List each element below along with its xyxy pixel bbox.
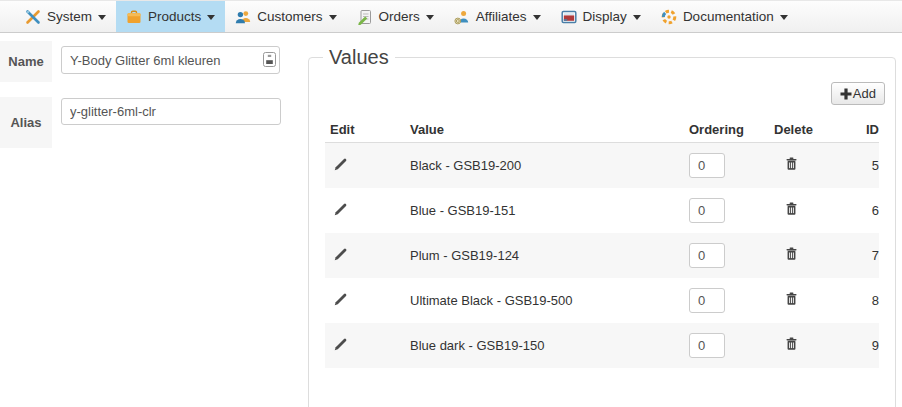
value-cell: Blue - GSB19-151 xyxy=(410,203,684,218)
value-cell: Plum - GSB19-124 xyxy=(410,248,684,263)
value-cell: Black - GSB19-200 xyxy=(410,158,684,173)
chevron-down-icon xyxy=(329,15,337,20)
pencil-icon xyxy=(332,246,349,263)
ordering-input[interactable] xyxy=(689,243,725,268)
values-table-body: Black - GSB19-200 5 xyxy=(325,143,879,368)
tools-icon xyxy=(25,9,41,25)
value-cell: Ultimate Black - GSB19-500 xyxy=(410,293,684,308)
chevron-down-icon xyxy=(98,15,106,20)
pencil-icon xyxy=(332,156,349,173)
table-row: Blue dark - GSB19-150 9 xyxy=(325,323,879,368)
header-delete: Delete xyxy=(769,122,849,137)
edit-button[interactable] xyxy=(332,291,349,308)
pencil-icon xyxy=(332,201,349,218)
trash-icon xyxy=(784,156,799,172)
trash-icon xyxy=(784,291,799,307)
values-table-header: Edit Value Ordering Delete ID xyxy=(325,117,879,143)
people-icon xyxy=(235,9,251,25)
id-cell: 6 xyxy=(849,203,879,218)
id-cell: 9 xyxy=(849,338,879,353)
box-icon xyxy=(126,9,142,25)
menu-item-label: Affiliates xyxy=(476,9,527,24)
add-button-label: Add xyxy=(853,86,876,101)
edit-button[interactable] xyxy=(332,336,349,353)
chevron-down-icon xyxy=(633,15,641,20)
values-section: Values Add Edit Value Ordering Delete ID xyxy=(308,57,896,407)
delete-button[interactable] xyxy=(784,156,799,172)
menu-item-system[interactable]: System xyxy=(15,1,116,32)
header-edit: Edit xyxy=(325,122,410,137)
trash-icon xyxy=(784,246,799,262)
ordering-input[interactable] xyxy=(689,198,725,223)
chevron-down-icon xyxy=(533,15,541,20)
menu-item-label: Orders xyxy=(379,9,420,24)
multilingual-icon[interactable] xyxy=(263,52,276,67)
ordering-input[interactable] xyxy=(689,288,725,313)
ordering-input[interactable] xyxy=(689,153,725,178)
menu-item-customers[interactable]: Customers xyxy=(225,1,346,32)
pencil-icon xyxy=(332,291,349,308)
monitor-icon xyxy=(561,9,577,25)
name-input[interactable] xyxy=(61,46,280,74)
help-pinwheel-icon xyxy=(661,9,677,25)
menu-item-label: Products xyxy=(148,9,201,24)
menu-item-products[interactable]: Products xyxy=(116,1,225,32)
menu-item-documentation[interactable]: Documentation xyxy=(651,1,798,32)
alias-field-label: Alias xyxy=(0,97,52,148)
chevron-down-icon xyxy=(780,15,788,20)
affiliate-person-icon xyxy=(454,9,470,25)
table-row: Plum - GSB19-124 7 xyxy=(325,233,879,278)
values-legend: Values xyxy=(323,46,395,69)
add-button[interactable]: Add xyxy=(831,82,885,105)
pencil-icon xyxy=(332,336,349,353)
table-row: Ultimate Black - GSB19-500 8 xyxy=(325,278,879,323)
id-cell: 8 xyxy=(849,293,879,308)
delete-button[interactable] xyxy=(784,336,799,352)
id-cell: 7 xyxy=(849,248,879,263)
alias-input[interactable] xyxy=(61,98,281,125)
ordering-input[interactable] xyxy=(689,333,725,358)
menu-item-label: Customers xyxy=(257,9,322,24)
delete-button[interactable] xyxy=(784,246,799,262)
menu-item-label: Display xyxy=(583,9,627,24)
id-cell: 5 xyxy=(849,158,879,173)
edit-button[interactable] xyxy=(332,246,349,263)
plus-icon xyxy=(840,88,853,100)
header-id: ID xyxy=(849,122,879,137)
menu-item-display[interactable]: Display xyxy=(551,1,651,32)
menu-item-affiliates[interactable]: Affiliates xyxy=(444,1,551,32)
name-field-label: Name xyxy=(0,41,52,82)
table-row: Black - GSB19-200 5 xyxy=(325,143,879,188)
name-field-wrap xyxy=(61,46,280,74)
delete-button[interactable] xyxy=(784,201,799,217)
chevron-down-icon xyxy=(207,15,215,20)
header-value: Value xyxy=(410,122,684,137)
menu-item-label: System xyxy=(47,9,92,24)
alias-field-wrap xyxy=(61,98,281,125)
edit-button[interactable] xyxy=(332,156,349,173)
top-menubar: System Products Customers xyxy=(0,0,902,33)
trash-icon xyxy=(784,336,799,352)
values-table: Edit Value Ordering Delete ID Black - xyxy=(325,117,879,368)
value-cell: Blue dark - GSB19-150 xyxy=(410,338,684,353)
menu-item-orders[interactable]: Orders xyxy=(347,1,444,32)
header-ordering: Ordering xyxy=(684,122,769,137)
table-row: Blue - GSB19-151 6 xyxy=(325,188,879,233)
order-document-icon xyxy=(357,9,373,25)
menu-item-label: Documentation xyxy=(683,9,774,24)
chevron-down-icon xyxy=(426,15,434,20)
trash-icon xyxy=(784,201,799,217)
delete-button[interactable] xyxy=(784,291,799,307)
edit-button[interactable] xyxy=(332,201,349,218)
